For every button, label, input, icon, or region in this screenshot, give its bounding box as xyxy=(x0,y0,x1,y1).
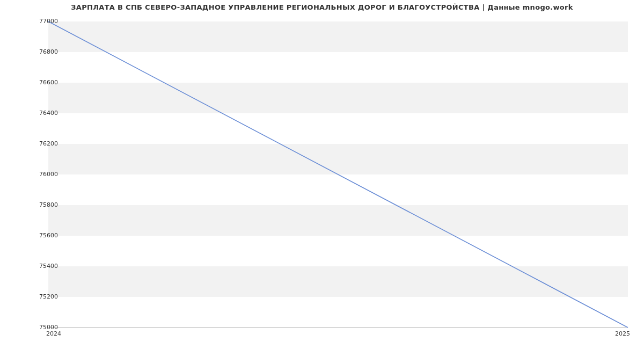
plot-area xyxy=(48,21,628,328)
y-tick-label: 75400 xyxy=(26,263,58,269)
y-tick-label: 75000 xyxy=(26,324,58,330)
x-tick-label: 2024 xyxy=(46,330,61,337)
chart-container: ЗАРПЛАТА В СПБ СЕВЕРО-ЗАПАДНОЕ УПРАВЛЕНИ… xyxy=(0,0,644,349)
y-tick-label: 76200 xyxy=(26,141,58,147)
y-tick-label: 77000 xyxy=(26,18,58,24)
y-tick-label: 75800 xyxy=(26,202,58,208)
x-tick-label: 2025 xyxy=(615,330,630,337)
y-tick-label: 76400 xyxy=(26,110,58,116)
y-tick-label: 76600 xyxy=(26,79,58,85)
chart-title: ЗАРПЛАТА В СПБ СЕВЕРО-ЗАПАДНОЕ УПРАВЛЕНИ… xyxy=(0,3,644,11)
y-tick-label: 75200 xyxy=(26,294,58,300)
y-tick-label: 75600 xyxy=(26,232,58,238)
line-series xyxy=(48,21,628,328)
y-tick-label: 76800 xyxy=(26,49,58,55)
y-tick-label: 76000 xyxy=(26,171,58,177)
